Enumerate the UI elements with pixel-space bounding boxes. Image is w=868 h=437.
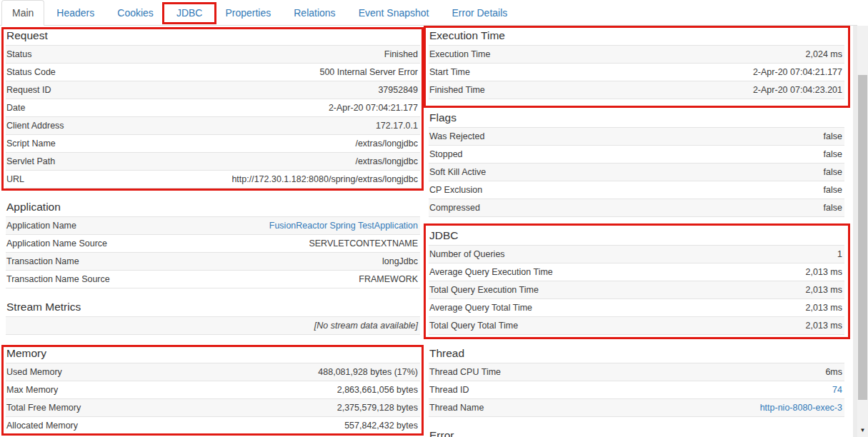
row-max-memory: Max Memory2,863,661,056 bytes [6, 381, 420, 399]
row-average-query-total-time: Average Query Total Time2,013 ms [429, 299, 844, 317]
field-value: 2,013 ms [806, 285, 842, 295]
field-label: Total Free Memory [6, 403, 81, 413]
tab-relations[interactable]: Relations [283, 0, 346, 26]
field-value-link[interactable]: http-nio-8080-exec-3 [760, 403, 842, 413]
row-total-query-execution-time: Total Query Execution Time2,013 ms [429, 281, 844, 299]
field-label: Date [6, 103, 25, 113]
row-thread-cpu-time: Thread CPU Time6ms [429, 363, 844, 381]
field-value: 6ms [825, 367, 842, 377]
scroll-down-button[interactable]: ▼ [857, 426, 868, 436]
field-value: 37952849 [378, 85, 418, 95]
tab-event-snapshot[interactable]: Event Snapshot [348, 0, 440, 26]
field-value: 557,842,432 bytes [344, 421, 418, 431]
row-date: Date2-Apr-20 07:04:21.177 [6, 99, 420, 117]
field-label: Stopped [429, 149, 463, 159]
scrollbar-thumb[interactable] [858, 75, 867, 400]
row-stopped: Stoppedfalse [429, 146, 844, 164]
field-label: Was Rejected [429, 131, 484, 141]
row-total-free-memory: Total Free Memory2,375,579,128 bytes [6, 399, 420, 417]
row-note: [No stream data available] [6, 317, 420, 335]
field-value: http://172.30.1.182:8080/spring/extras/l… [231, 174, 418, 184]
key-value-table: Execution Time2,024 msStart Time2-Apr-20… [429, 45, 844, 99]
tab-bar: MainHeadersCookiesJDBCPropertiesRelation… [0, 0, 857, 26]
section-title: Request [6, 26, 420, 45]
request-details-panel: MainHeadersCookiesJDBCPropertiesRelation… [0, 0, 868, 437]
section-title: Application [6, 197, 420, 216]
field-value: 2-Apr-20 07:04:21.177 [329, 103, 418, 113]
field-value: /extras/longjdbc [355, 139, 418, 149]
section-memory: MemoryUsed Memory488,081,928 bytes (17%)… [6, 343, 420, 435]
left-column: RequestStatusFinishedStatus Code500 Inte… [6, 26, 420, 435]
tab-jdbc[interactable]: JDBC [166, 0, 214, 26]
field-value: /extras/longjdbc [355, 156, 418, 166]
field-label: URL [6, 174, 24, 184]
field-label: Start Time [429, 67, 470, 77]
row-status: StatusFinished [6, 46, 420, 64]
tab-properties[interactable]: Properties [214, 0, 281, 26]
field-value: false [824, 185, 842, 195]
right-column: Execution TimeExecution Time2,024 msStar… [429, 26, 844, 437]
row-transaction-name: Transaction NamelongJdbc [6, 253, 420, 271]
field-label: CP Exclusion [429, 185, 482, 195]
field-label: Transaction Name Source [6, 274, 110, 284]
field-label: Status [6, 49, 31, 59]
row-client-address: Client Address172.17.0.1 [6, 117, 420, 135]
field-label: Average Query Execution Time [429, 267, 553, 277]
field-value: [No stream data available] [314, 321, 418, 331]
row-allocated-memory: Allocated Memory557,842,432 bytes [6, 417, 420, 435]
field-value: 488,081,928 bytes (17%) [318, 367, 418, 377]
key-value-table: Number of Queries1Average Query Executio… [429, 245, 844, 335]
field-value: 2,863,661,056 bytes [337, 385, 418, 395]
field-value: false [824, 149, 842, 159]
section-title: Thread [429, 343, 844, 363]
row-application-name: Application NameFusionReactor Spring Tes… [6, 217, 420, 235]
section-execution-time: Execution TimeExecution Time2,024 msStar… [429, 26, 844, 99]
field-value: false [824, 131, 842, 141]
field-label: Allocated Memory [6, 421, 78, 431]
field-value: false [824, 203, 842, 213]
field-label: Thread ID [429, 385, 469, 395]
field-value: 500 Internal Server Error [319, 67, 418, 77]
section-title: Stream Metrics [6, 297, 420, 316]
section-jdbc: JDBCNumber of Queries1Average Query Exec… [429, 226, 844, 335]
field-value: 2-Apr-20 07:04:21.177 [753, 67, 842, 77]
row-compressed: Compressedfalse [429, 199, 844, 217]
row-status-code: Status Code500 Internal Server Error [6, 64, 420, 81]
row-finished-time: Finished Time2-Apr-20 07:04:23.201 [429, 81, 844, 99]
tab-main[interactable]: Main [1, 0, 44, 26]
field-value-link[interactable]: 74 [832, 385, 842, 395]
row-cp-exclusion: CP Exclusionfalse [429, 181, 844, 199]
row-servlet-path: Servlet Path/extras/longjdbc [6, 153, 420, 171]
field-label: Thread CPU Time [429, 367, 501, 377]
tab-cookies[interactable]: Cookies [106, 0, 164, 26]
tab-error-details[interactable]: Error Details [441, 0, 518, 26]
field-label: Application Name [6, 221, 76, 231]
tab-headers[interactable]: Headers [46, 0, 105, 26]
field-value-link[interactable]: FusionReactor Spring TestApplication [269, 221, 418, 231]
field-value: 172.17.0.1 [376, 121, 418, 131]
field-label: Servlet Path [6, 156, 55, 166]
section-title: Flags [429, 108, 844, 127]
field-label: Execution Time [429, 49, 490, 59]
row-total-query-total-time: Total Query Total Time2,013 ms [429, 317, 844, 335]
field-value: 1 [837, 249, 842, 259]
key-value-table: StatusFinishedStatus Code500 Internal Se… [6, 45, 420, 189]
row-soft-kill-active: Soft Kill Activefalse [429, 164, 844, 181]
key-value-table: [No stream data available] [6, 316, 420, 335]
row-execution-time: Execution Time2,024 ms [429, 46, 844, 64]
field-label: Request ID [6, 85, 51, 95]
field-label: Status Code [6, 67, 56, 77]
vertical-scrollbar[interactable]: ▼ [857, 26, 868, 437]
field-value: Finished [384, 49, 418, 59]
field-label: Compressed [429, 203, 480, 213]
field-label: Application Name Source [6, 238, 107, 248]
field-label: Total Query Execution Time [429, 285, 539, 295]
section-stream-metrics: Stream Metrics[No stream data available] [6, 297, 420, 335]
field-label: Used Memory [6, 367, 62, 377]
section-request: RequestStatusFinishedStatus Code500 Inte… [6, 26, 420, 189]
field-value: 2,375,579,128 bytes [337, 403, 418, 413]
row-request-id: Request ID37952849 [6, 81, 420, 99]
row-number-of-queries: Number of Queries1 [429, 246, 844, 263]
field-label: Soft Kill Active [429, 167, 486, 177]
row-used-memory: Used Memory488,081,928 bytes (17%) [6, 363, 420, 381]
